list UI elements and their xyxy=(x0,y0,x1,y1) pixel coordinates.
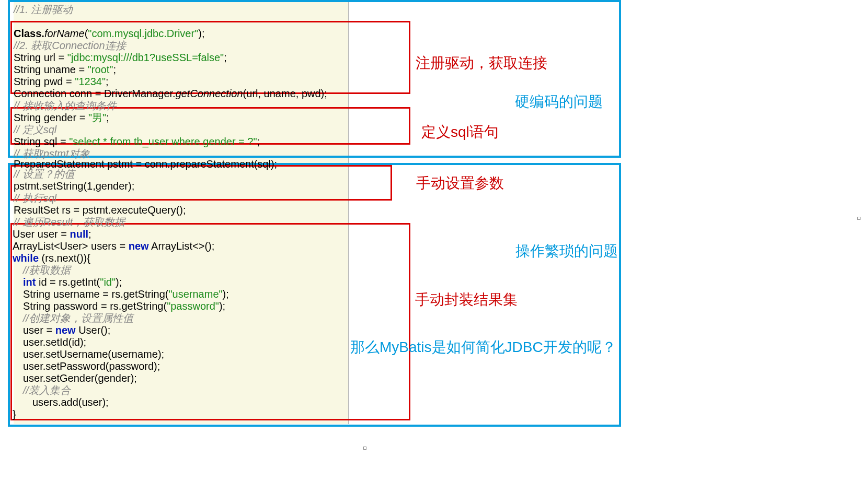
code-c15: pstmt.setString(1,gender); xyxy=(14,180,134,192)
code-c4: String url = "jdbc:mysql:///db1?useSSL=f… xyxy=(14,51,227,64)
diagram-stage: //1. 注册驱动 Class.forName("com.mysql.jdbc.… xyxy=(0,0,861,504)
code-c23: int id = rs.getInt("id"); xyxy=(14,276,122,288)
code-c22: //获取数据 xyxy=(14,264,71,276)
anno-resultset: 手动封装结果集 xyxy=(415,290,518,310)
code-c27: user = new User(); xyxy=(14,324,110,336)
code-c25: String password = rs.getString("password… xyxy=(14,300,225,312)
code-c24: String username = rs.getString("username… xyxy=(14,288,229,300)
code-c2: Class.forName("com.mysql.jdbc.Driver"); xyxy=(14,27,204,40)
code-c17: ResultSet rs = pstmt.executeQuery(); xyxy=(14,204,186,216)
code-c30: user.setPassword(password); xyxy=(14,360,160,372)
page-mark-icon xyxy=(363,447,366,450)
code-c10: // 定义sql xyxy=(14,123,56,136)
anno-mybatis: 那么MyBatis是如何简化JDBC开发的呢？ xyxy=(350,337,616,357)
code-c31: user.setGender(gender); xyxy=(14,372,137,384)
anno-hardcode: 硬编码的问题 xyxy=(515,92,603,112)
code-c33: users.add(user); xyxy=(14,396,109,408)
code-c20: ArrayList<User> users = new ArrayList<>(… xyxy=(13,240,214,252)
anno-define-sql: 定义sql语句 xyxy=(421,122,499,142)
anno-set-params: 手动设置参数 xyxy=(416,173,504,193)
anno-tedious: 操作繁琐的问题 xyxy=(515,241,618,261)
code-c34: } xyxy=(13,408,16,420)
code-c9: String gender = "男"; xyxy=(14,111,109,124)
code-c14: // 设置？的值 xyxy=(14,168,75,180)
code-c26: //创建对象，设置属性值 xyxy=(14,312,133,324)
code-c21: while (rs.next()){ xyxy=(13,252,90,264)
anno-register-driver: 注册驱动，获取连接 xyxy=(416,53,547,73)
code-c3: //2. 获取Connection连接 xyxy=(14,39,126,52)
code-c32: //装入集合 xyxy=(14,384,71,396)
code-c1: //1. 注册驱动 xyxy=(14,3,73,16)
code-c28: user.setId(id); xyxy=(14,336,86,348)
code-c7: Connection conn = DriverManager.getConne… xyxy=(14,87,327,100)
code-c11: String sql = "select * from tb_user wher… xyxy=(14,135,260,148)
code-c6: String pwd = "1234"; xyxy=(14,75,109,88)
code-c5: String uname = "root"; xyxy=(14,63,116,76)
page-mark-icon xyxy=(857,217,860,220)
code-c8: // 接收输入的查询条件 xyxy=(14,99,117,112)
code-c19: User user = null; xyxy=(13,228,91,240)
code-c29: user.setUsername(username); xyxy=(14,348,164,360)
code-c16: // 执行sql xyxy=(14,192,56,204)
code-c18: // 遍历Result，获取数据 xyxy=(14,216,125,228)
